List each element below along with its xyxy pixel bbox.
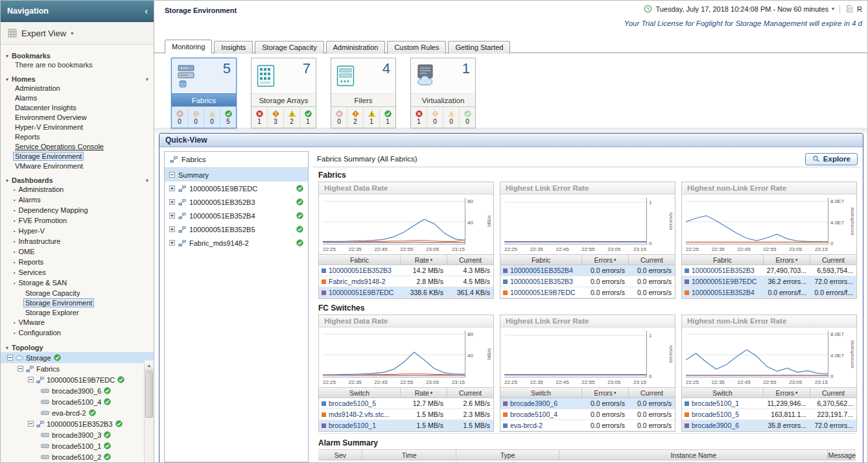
collapse-sidebar-icon[interactable]: ‹ xyxy=(145,6,148,16)
dashboard-item-services[interactable]: Services xyxy=(1,268,154,278)
dashboard-item-hyperv[interactable]: Hyper-V xyxy=(1,226,154,237)
alarm-col-instance[interactable]: Instance Name xyxy=(559,450,827,460)
section-menu-icon[interactable]: ▾ xyxy=(146,77,148,82)
dashboard-item-administration[interactable]: Administration xyxy=(1,185,154,195)
topology-node-switch[interactable]: brocade3900_6 xyxy=(1,385,154,396)
tile-fabrics[interactable]: 5 Fabrics 0 0 0 5 xyxy=(171,58,237,128)
table-row[interactable]: brocade5100_1 11,239,946... 6,370,562... xyxy=(682,398,856,409)
topology-node-fabric[interactable]: 100000051EB352B3 xyxy=(1,418,154,429)
collapse-icon[interactable] xyxy=(169,172,175,178)
collapse-icon[interactable] xyxy=(7,355,13,361)
tree-item-fabric[interactable]: 100000051EB352B4 xyxy=(165,209,308,222)
table-row-selected[interactable]: brocade3900_6 0.0 errors/s 0.0 errors/s xyxy=(500,398,675,409)
status-fatal[interactable]: 0 xyxy=(172,107,188,128)
status-critical[interactable]: 3 xyxy=(268,107,284,128)
table-row[interactable]: 100000051E9B7EDC 0.0 errors/s 0.0 errors… xyxy=(500,287,675,298)
topology-node-storage[interactable]: Storage xyxy=(1,352,154,363)
dashboard-item-storage-explorer[interactable]: Storage Explorer xyxy=(1,308,154,318)
tab-monitoring[interactable]: Monitoring xyxy=(165,40,212,54)
status-fatal[interactable]: 0 xyxy=(331,107,347,128)
status-critical[interactable]: 2 xyxy=(347,107,364,128)
expand-icon[interactable] xyxy=(169,226,175,232)
status-normal[interactable]: 5 xyxy=(220,107,236,128)
tree-item-summary[interactable]: Summary xyxy=(165,168,308,182)
sidebar-item-vmware-environment[interactable]: VMware Environment xyxy=(1,161,154,171)
tile-filers[interactable]: 4 Filers 0 2 1 1 xyxy=(331,58,396,128)
table-row-selected[interactable]: 100000051E9B7EDC 36.2 errors... 72.0 err… xyxy=(682,276,856,287)
tab-getting-started[interactable]: Getting Started xyxy=(448,41,510,54)
table-row[interactable]: brocade5100_5 12.7 MB/s 2.6 MB/s xyxy=(319,398,493,409)
alarm-col-message[interactable]: Message xyxy=(827,450,856,460)
status-warning[interactable]: 0 xyxy=(204,107,220,128)
status-critical[interactable]: 0 xyxy=(427,107,443,128)
collapse-icon[interactable] xyxy=(28,421,34,427)
sidebar-item-datacenter-insights[interactable]: Datacenter Insights xyxy=(1,103,154,113)
table-row-selected[interactable]: 100000051EB352B4 0.0 errors/f... 0.0 err… xyxy=(682,287,856,298)
sidebar-scrollbar[interactable]: ▲ xyxy=(144,361,154,462)
collapse-icon[interactable] xyxy=(28,377,34,383)
table-row[interactable]: 100000051EB352B3 0.0 errors/s 0.0 errors… xyxy=(500,276,675,287)
expand-icon[interactable] xyxy=(169,199,175,205)
tree-item-fabric[interactable]: 100000051EB352B5 xyxy=(165,222,308,236)
table-row-selected[interactable]: 100000051E9B7EDC 338.6 KB/s 361.4 KB/s xyxy=(319,287,493,298)
sidebar-item-service-operations-console[interactable]: Service Operations Console xyxy=(1,142,154,152)
dashboard-item-ome[interactable]: OME xyxy=(1,247,154,257)
expand-icon[interactable] xyxy=(169,213,175,219)
alarm-col-time[interactable]: Time xyxy=(362,450,456,460)
dashboard-item-infrastructure[interactable]: Infrastructure xyxy=(1,237,154,247)
collapse-icon[interactable] xyxy=(18,366,23,372)
dashboard-item-vmware[interactable]: VMware xyxy=(1,318,154,328)
status-warning[interactable]: 0 xyxy=(443,107,460,128)
topology-node-switch[interactable]: brocade5100_2 xyxy=(1,451,154,462)
table-row[interactable]: eva-brcd-2 0.0 errors/s 0.0 errors/s xyxy=(500,420,675,431)
time-range-text[interactable]: Tuesday, July 17, 2018 10:24:08 PM - Now… xyxy=(655,5,828,13)
tab-insights[interactable]: Insights xyxy=(214,41,253,54)
topology-node-switch[interactable]: brocade5100_4 xyxy=(1,396,154,407)
tile-virtualization[interactable]: 1 Virtualization 1 0 0 0 xyxy=(410,58,476,128)
table-row[interactable]: 100000051EB352B3 14.2 MB/s 4.3 MB/s xyxy=(319,265,493,276)
dashboard-item-dependency-mapping[interactable]: Dependency Mapping xyxy=(1,206,154,216)
table-row[interactable]: brocade5100_4 0.0 errors/s 0.0 errors/s xyxy=(500,409,675,420)
expand-icon[interactable] xyxy=(169,185,175,191)
topology-node-switch[interactable]: brocade5100_1 xyxy=(1,440,154,451)
dashboard-item-storage-capacity[interactable]: Storage Capacity xyxy=(1,289,154,298)
alarm-col-type[interactable]: Type xyxy=(456,450,559,460)
status-normal[interactable]: 0 xyxy=(460,107,475,128)
chevron-down-icon[interactable]: ▾ xyxy=(832,6,834,12)
topology-node-switch[interactable]: brocade3900_3 xyxy=(1,429,154,440)
topology-node-fabric[interactable]: 100000051E9B7EDC xyxy=(1,374,154,385)
topology-node-switch[interactable]: eva-brcd-2 xyxy=(1,407,154,418)
status-normal[interactable]: 1 xyxy=(380,107,395,128)
status-normal[interactable]: 1 xyxy=(300,107,316,128)
dashboard-item-alarms[interactable]: Alarms xyxy=(1,195,154,206)
homes-section-header[interactable]: ▾Homes▾ xyxy=(1,74,154,84)
table-row-selected[interactable]: brocade5100_1 1.5 MB/s 1.5 MB/s xyxy=(319,420,493,431)
tree-item-fabric[interactable]: 100000051E9B7EDC xyxy=(165,182,308,195)
table-row[interactable]: brocade5100_5 163,811.1... 223,191.7... xyxy=(682,409,856,420)
topology-node-fabrics[interactable]: Fabrics xyxy=(1,363,154,374)
status-fatal[interactable]: 1 xyxy=(411,107,427,128)
view-selector[interactable]: Expert View ▾ xyxy=(1,22,154,45)
dashboard-item-storage-environment-selected[interactable]: Storage Environment xyxy=(1,298,154,308)
tile-storage-arrays[interactable]: 7 Storage Arrays 1 3 2 1 xyxy=(251,58,316,128)
dashboard-item-configuration[interactable]: Configuration xyxy=(1,328,154,338)
reports-icon[interactable] xyxy=(845,5,854,13)
alarm-col-sev[interactable]: Sev xyxy=(318,450,362,460)
table-row-selected[interactable]: brocade3900_6 35.8 errors... 72.0 errors… xyxy=(682,420,856,431)
status-warning[interactable]: 1 xyxy=(364,107,380,128)
table-row[interactable]: 100000051EB352B3 27,490,703... 6,593,754… xyxy=(682,265,856,276)
explore-button[interactable]: Explore xyxy=(805,153,858,165)
dashboards-section-header[interactable]: ▾Dashboards▾ xyxy=(1,175,154,185)
tree-item-fabric[interactable]: 100000051EB352B3 xyxy=(165,195,308,209)
tab-storage-capacity[interactable]: Storage Capacity xyxy=(255,41,323,54)
expand-icon[interactable] xyxy=(169,240,175,246)
section-menu-icon[interactable]: ▾ xyxy=(146,178,148,184)
sidebar-item-environment-overview[interactable]: Environment Overview xyxy=(1,113,154,123)
dashboard-item-fve-promotion[interactable]: FVE Promotion xyxy=(1,216,154,226)
status-critical[interactable]: 0 xyxy=(188,107,204,128)
sidebar-item-reports[interactable]: Reports xyxy=(1,132,154,142)
table-row[interactable]: Fabric_mds9148-2 2.8 MB/s 4.5 MB/s xyxy=(319,276,493,287)
table-row[interactable]: mds9148-2.vfs.stc... 1.5 MB/s 2.3 MB/s xyxy=(319,409,493,420)
dashboard-item-storage-san[interactable]: Storage & SAN xyxy=(1,278,154,289)
topology-section-header[interactable]: ▾Topology xyxy=(1,342,154,352)
